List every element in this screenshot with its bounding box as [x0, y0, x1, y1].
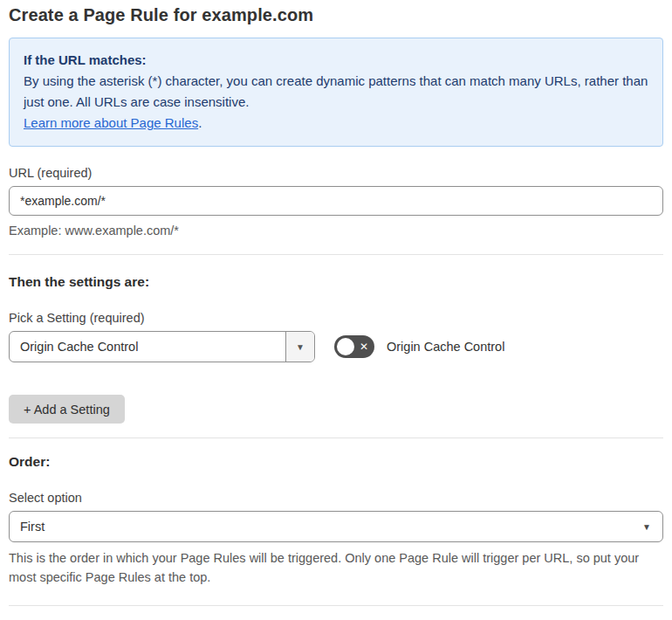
order-select-value: First [20, 520, 45, 534]
learn-more-link[interactable]: Learn more about Page Rules [24, 115, 198, 130]
info-box-link-line: Learn more about Page Rules. [24, 113, 648, 134]
url-field-label: URL (required) [9, 166, 663, 180]
info-box-heading: If the URL matches: [24, 50, 648, 71]
pick-setting-label: Pick a Setting (required) [9, 311, 663, 325]
info-box-body: By using the asterisk (*) character, you… [24, 71, 648, 113]
create-page-rule-form: Create a Page Rule for example.com If th… [0, 0, 672, 620]
order-select[interactable]: First ▼ [9, 511, 663, 542]
setting-picker-select[interactable]: Origin Cache Control ▼ [9, 331, 315, 362]
toggle-off-icon: ✕ [360, 341, 368, 352]
setting-picker-value: Origin Cache Control [10, 332, 285, 362]
toggle-label: Origin Cache Control [387, 340, 504, 354]
settings-section-heading: Then the settings are: [9, 274, 663, 290]
chevron-down-icon: ▼ [642, 522, 651, 532]
origin-cache-control-toggle[interactable]: ✕ [334, 335, 374, 358]
url-input[interactable] [9, 186, 663, 216]
url-match-info-box: If the URL matches: By using the asteris… [9, 38, 663, 147]
url-field-group: URL (required) Example: www.example.com/… [9, 166, 663, 240]
order-section-heading: Order: [9, 454, 663, 470]
url-example-helper: Example: www.example.com/* [9, 222, 663, 240]
divider [9, 437, 663, 438]
page-title: Create a Page Rule for example.com [9, 5, 663, 25]
divider [9, 605, 663, 606]
add-setting-button[interactable]: + Add a Setting [9, 395, 125, 424]
setting-row: Origin Cache Control ▼ ✕ Origin Cache Co… [9, 331, 663, 362]
toggle-knob [337, 338, 354, 355]
chevron-down-icon[interactable]: ▼ [285, 332, 314, 362]
order-helper-text: This is the order in which your Page Rul… [9, 548, 659, 588]
divider [9, 254, 663, 255]
info-box-body-text: By using the asterisk (*) character, you… [24, 73, 648, 109]
order-select-label: Select option [9, 491, 663, 505]
link-suffix: . [198, 115, 202, 130]
